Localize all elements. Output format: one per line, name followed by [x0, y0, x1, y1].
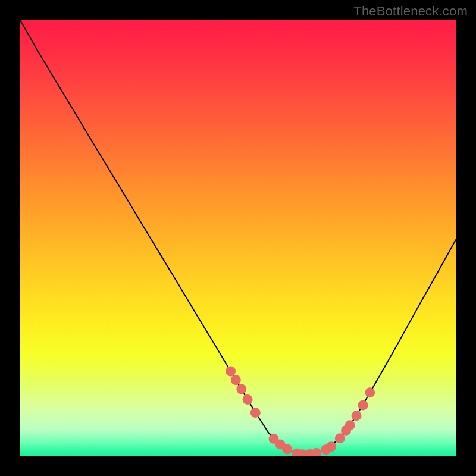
data-dot [282, 444, 292, 455]
data-dot [365, 387, 375, 397]
data-dots [226, 366, 375, 456]
data-dot [243, 394, 253, 405]
data-dot [226, 366, 236, 376]
data-dot [231, 375, 241, 385]
watermark-text: TheBottleneck.com [353, 4, 468, 19]
data-dot [352, 411, 362, 421]
data-dot [250, 408, 261, 418]
data-dot [345, 420, 355, 430]
data-dot [326, 441, 336, 452]
data-dot [311, 448, 321, 456]
data-dot [236, 384, 246, 394]
plot-area [20, 20, 456, 456]
data-dot [358, 400, 368, 411]
chart-container: TheBottleneck.com [0, 0, 476, 476]
curve-layer [20, 20, 456, 456]
